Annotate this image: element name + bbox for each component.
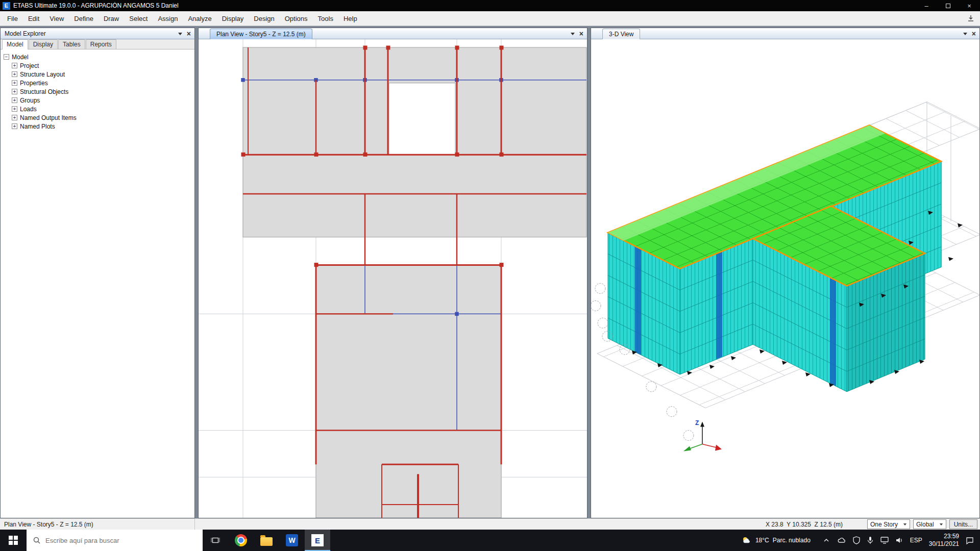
story-mode-value: One Story [870, 521, 898, 528]
view-3d-tab[interactable]: 3-D View [602, 29, 640, 39]
tree-item-label: Structure Layout [20, 71, 65, 78]
expand-icon[interactable]: + [12, 80, 17, 86]
model-explorer-title: Model Explorer [5, 30, 46, 37]
speaker-icon [895, 537, 903, 544]
tab-tables[interactable]: Tables [58, 39, 85, 49]
panel-close-icon[interactable]: × [579, 30, 583, 37]
clock-time: 23:59 [929, 533, 959, 540]
menu-help[interactable]: Help [338, 12, 362, 25]
notification-center-button[interactable] [966, 537, 974, 544]
units-label: Units... [954, 521, 973, 528]
menu-display[interactable]: Display [217, 12, 249, 25]
shield-icon [853, 536, 860, 544]
download-icon [967, 14, 975, 22]
panel-menu-caret-icon[interactable] [571, 33, 575, 37]
etabs-icon: E [311, 534, 324, 546]
menu-options[interactable]: Options [280, 12, 313, 25]
taskbar-etabs[interactable]: E [305, 530, 330, 551]
tree-item-groups[interactable]: + Groups [4, 96, 194, 105]
start-button[interactable] [0, 530, 27, 551]
tree-item-label: Structural Objects [20, 88, 68, 95]
menu-draw[interactable]: Draw [99, 12, 124, 25]
coord-system-dropdown[interactable]: Global [913, 519, 946, 529]
model-explorer-panel: Model Explorer × Model Display Tables Re… [0, 28, 195, 518]
weather-widget[interactable]: 18°C Parc. nublado [742, 536, 811, 544]
close-icon: × [967, 2, 971, 10]
panel-menu-caret-icon[interactable] [178, 33, 182, 37]
minimize-button[interactable]: – [916, 0, 937, 11]
panel-close-icon[interactable]: × [187, 30, 191, 37]
chevron-down-icon [903, 523, 906, 527]
expand-icon[interactable]: + [12, 63, 17, 68]
menu-file[interactable]: File [2, 12, 23, 25]
taskbar-search[interactable] [27, 530, 203, 551]
tree-item-label: Groups [20, 97, 40, 104]
close-button[interactable]: × [959, 0, 980, 11]
tree-item-structure-layout[interactable]: + Structure Layout [4, 70, 194, 79]
tab-reports[interactable]: Reports [86, 39, 116, 49]
window-title: ETABS Ultimate 19.0.0 - AGRUPACIÓN ANGAM… [13, 2, 916, 9]
model-tree[interactable]: − Model + Project + Structure Layout + P… [1, 49, 194, 518]
expand-icon[interactable]: + [12, 97, 17, 103]
expand-icon[interactable]: + [12, 89, 17, 94]
tree-root-model[interactable]: − Model [4, 53, 194, 61]
tray-security-button[interactable] [853, 536, 860, 544]
panel-menu-caret-icon[interactable] [963, 33, 967, 37]
search-input[interactable] [45, 537, 183, 544]
tree-item-project[interactable]: + Project [4, 61, 194, 70]
tree-item-properties[interactable]: + Properties [4, 79, 194, 87]
download-button[interactable] [967, 14, 975, 22]
plan-view-canvas[interactable] [199, 39, 587, 518]
tree-item-loads[interactable]: + Loads [4, 105, 194, 113]
plan-view-header: Plan View - Story5 - Z = 12.5 (m) × [199, 28, 587, 39]
chrome-icon [235, 534, 247, 546]
tree-item-named-output-items[interactable]: + Named Output Items [4, 113, 194, 122]
chevron-down-icon [939, 523, 942, 527]
task-view-button[interactable] [203, 530, 228, 551]
tree-item-label: Named Output Items [20, 114, 77, 121]
menu-view[interactable]: View [44, 12, 69, 25]
menu-analyze[interactable]: Analyze [183, 12, 216, 25]
taskbar-clock[interactable]: 23:59 30/11/2021 [929, 533, 959, 548]
menu-assign[interactable]: Assign [153, 12, 183, 25]
panel-close-icon[interactable]: × [972, 30, 976, 37]
display-icon [880, 537, 889, 544]
expand-icon[interactable]: + [12, 123, 17, 129]
tray-onedrive-button[interactable] [837, 537, 846, 544]
menu-bar: File Edit View Define Draw Select Assign… [0, 11, 980, 26]
expand-icon[interactable]: + [12, 115, 17, 120]
units-button[interactable]: Units... [949, 519, 977, 529]
tab-display[interactable]: Display [29, 39, 58, 49]
task-view-icon [211, 536, 220, 544]
cloud-icon [837, 537, 846, 544]
plan-view-tab[interactable]: Plan View - Story5 - Z = 12.5 (m) [210, 29, 312, 39]
tree-root-label: Model [12, 54, 29, 61]
tray-microphone-button[interactable] [867, 536, 874, 544]
tray-volume-button[interactable] [895, 537, 903, 544]
collapse-icon[interactable]: − [4, 54, 9, 60]
expand-icon[interactable]: + [12, 71, 17, 77]
expand-icon[interactable]: + [12, 106, 17, 112]
view-3d-header: 3-D View × [591, 28, 979, 39]
taskbar-chrome[interactable] [228, 530, 254, 551]
taskbar-file-explorer[interactable] [254, 530, 279, 551]
taskbar-word[interactable]: W [279, 530, 305, 551]
language-indicator[interactable]: ESP [910, 537, 922, 544]
tree-item-structural-objects[interactable]: + Structural Objects [4, 87, 194, 96]
menu-define[interactable]: Define [69, 12, 99, 25]
menu-design[interactable]: Design [249, 12, 279, 25]
menu-edit[interactable]: Edit [23, 12, 44, 25]
menu-select[interactable]: Select [124, 12, 153, 25]
tree-item-named-plots[interactable]: + Named Plots [4, 122, 194, 131]
tray-display-button[interactable] [880, 537, 889, 544]
view-3d-canvas[interactable]: Z [591, 39, 979, 518]
axis-z-label: Z [695, 419, 699, 427]
minimize-icon: – [924, 2, 928, 10]
story-mode-dropdown[interactable]: One Story [867, 519, 910, 529]
maximize-button[interactable] [937, 0, 959, 11]
tray-chevron-button[interactable] [822, 536, 830, 544]
tab-model[interactable]: Model [2, 39, 28, 49]
menu-tools[interactable]: Tools [313, 12, 338, 25]
maximize-icon [946, 4, 950, 8]
word-icon: W [286, 534, 298, 546]
